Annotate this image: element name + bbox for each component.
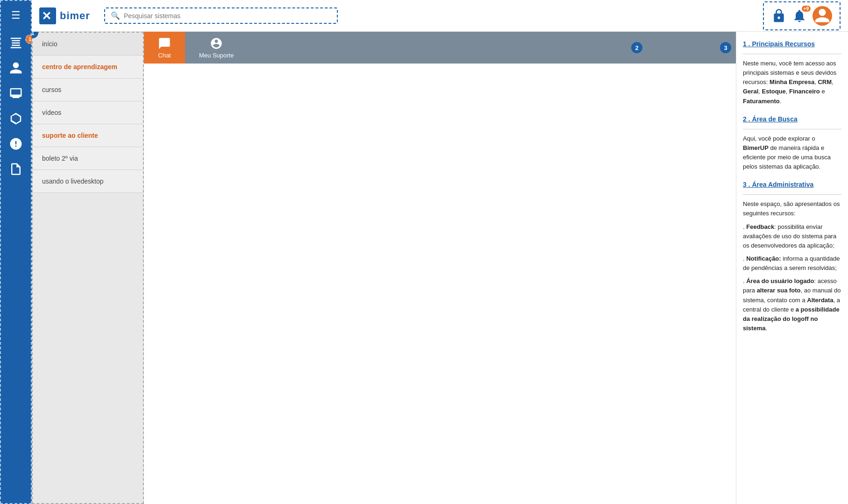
menu-item-videos[interactable]: vídeos: [33, 101, 143, 124]
sidebar-item-modulos[interactable]: [5, 106, 27, 131]
topnav: ✕ bimer 🔍 +9: [32, 0, 848, 32]
sidebar-item-sistemas[interactable]: [5, 81, 27, 106]
right-panel: 1 . Principais Recursos Neste menu, você…: [736, 32, 848, 504]
left-menu: 1 início centro de aprendizagem cursos v…: [32, 32, 144, 504]
topnav-right-area: +9: [763, 1, 841, 30]
menu-item-suporte[interactable]: suporte ao cliente: [33, 124, 143, 147]
menu-item-cursos[interactable]: cursos: [33, 78, 143, 101]
right-panel-section-2: 2 . Área de Busca Aqui, você pode explor…: [743, 114, 841, 172]
search-area: 🔍: [104, 7, 338, 24]
hamburger-menu[interactable]: ☰: [7, 5, 25, 26]
menu-item-inicio[interactable]: início: [33, 33, 143, 56]
user-avatar[interactable]: [812, 6, 832, 26]
tab-chat[interactable]: Chat: [144, 32, 185, 64]
search-input[interactable]: [124, 12, 331, 20]
tabs-badge-2: 2: [631, 42, 642, 53]
tab-meu-suporte-label: Meu Suporte: [199, 52, 234, 59]
right-panel-title-2: 2 . Área de Busca: [743, 114, 841, 124]
logo-icon: ✕: [39, 7, 56, 24]
svg-text:✕: ✕: [42, 9, 51, 22]
logo-text: bimer: [60, 10, 90, 22]
tab-meu-suporte[interactable]: Meu Suporte: [185, 32, 248, 64]
tab-content-area: [144, 64, 736, 504]
right-panel-title-1: 1 . Principais Recursos: [743, 39, 841, 49]
tabs-badge-3: 3: [720, 42, 731, 53]
notification-badge: +9: [802, 6, 811, 12]
main-content: Chat Meu Suporte 2 3: [144, 32, 736, 504]
right-panel-section-3: 3 . Área Administrativa Neste espaço, sã…: [743, 180, 841, 333]
search-icon: 🔍: [111, 11, 120, 20]
right-panel-section-1: 1 . Principais Recursos Neste menu, você…: [743, 39, 841, 106]
menu-item-centro[interactable]: centro de aprendizagem: [33, 56, 143, 78]
main-area: ✕ bimer 🔍 +9 1 i: [32, 0, 848, 504]
right-panel-text-1: Neste menu, você tem acesso aos principa…: [743, 59, 841, 106]
sidebar-item-contacts[interactable]: [5, 56, 27, 80]
sidebar: ☰ 1: [0, 0, 32, 504]
sidebar-item-documentos[interactable]: [5, 157, 27, 181]
right-panel-text-3c: . Notificação: informa a quantidade de p…: [743, 254, 841, 273]
tabs-bar: Chat Meu Suporte 2 3: [144, 32, 736, 64]
right-panel-text-3b: . Feedback: possibilita enviar avaliaçõe…: [743, 222, 841, 250]
menu-item-livedesktop[interactable]: usando o livedesktop: [33, 170, 143, 193]
right-panel-text-2: Aqui, você pode explorar o BimerUP de ma…: [743, 134, 841, 172]
logo-area: ✕ bimer: [39, 7, 90, 24]
content-row: 1 início centro de aprendizagem cursos v…: [32, 32, 848, 504]
right-panel-text-3a: Neste espaço, são apresentados os seguin…: [743, 199, 841, 218]
notification-button[interactable]: +9: [792, 8, 807, 23]
tab-chat-label: Chat: [158, 52, 171, 59]
menu-item-boleto[interactable]: boleto 2º via: [33, 147, 143, 170]
right-panel-text-3d: . Área do usuário logado: acesso para al…: [743, 277, 841, 333]
sidebar-item-inicio[interactable]: [5, 31, 27, 55]
sidebar-item-financeiro[interactable]: [5, 132, 27, 156]
megaphone-button[interactable]: [771, 8, 786, 23]
right-panel-title-3: 3 . Área Administrativa: [743, 180, 841, 190]
